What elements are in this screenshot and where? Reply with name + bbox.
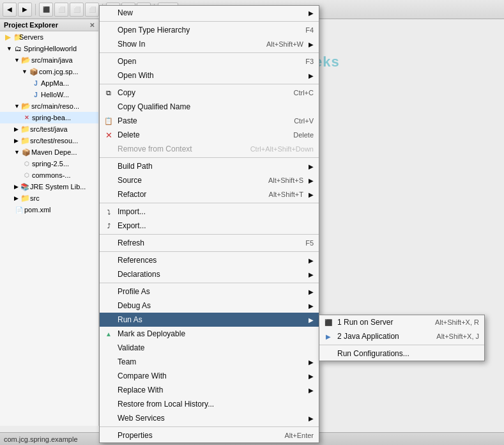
tree-item-maven-dep[interactable]: ▼ 📦 Maven Depe... (0, 146, 98, 158)
menu-item-validate[interactable]: Validate (100, 341, 319, 355)
menu-item-copy[interactable]: ⧉ Copy Ctrl+C (100, 86, 319, 100)
toolbar-btn-2[interactable]: ⬜ (54, 3, 68, 17)
toolbar-btn-1[interactable]: ⬛ (39, 3, 53, 17)
menu-separator (100, 21, 319, 22)
status-text: com.jcg.spring.example (4, 435, 78, 443)
menu-item-refactor[interactable]: Refactor Alt+Shift+T ▶ (100, 187, 319, 201)
tree-item-label: Servers (19, 33, 43, 41)
tree-item-src[interactable]: ▶ 📁 src (0, 192, 98, 204)
tree-item-label: JRE System Lib... (30, 183, 86, 191)
tree-item-package[interactable]: ▼ 📦 com.jcg.sp... (0, 66, 98, 77)
toolbar-btn-4[interactable]: ⬜ (85, 3, 99, 17)
java-class-icon: J (31, 78, 41, 88)
menu-item-source[interactable]: Source Alt+Shift+S ▶ (100, 173, 319, 187)
tree-item-servers[interactable]: ▶ 📁 Servers (0, 31, 98, 43)
maven-icon: 📦 (21, 147, 31, 157)
menu-separator (100, 283, 319, 283)
menu-separator (100, 157, 319, 158)
menu-item-references[interactable]: References ▶ (100, 253, 319, 267)
menu-item-open-type-hierarchy[interactable]: Open Type Hierarchy F4 (100, 23, 319, 37)
menu-item-run-on-server[interactable]: ⬛ 1 Run on Server Alt+Shift+X, R (319, 315, 484, 329)
menu-item-replace-with[interactable]: Replace With ▶ (100, 383, 319, 397)
toolbar-separator-1 (35, 4, 36, 15)
menu-item-build-path[interactable]: Build Path ▶ (100, 159, 319, 173)
folder-icon: 📁 (20, 136, 30, 146)
import-icon: ⤵ (102, 208, 115, 215)
menu-separator (100, 251, 319, 252)
jar-icon: ⬡ (22, 170, 32, 180)
tree-item-commons[interactable]: ⬡ commons-... (0, 169, 98, 181)
tree-item-label: src/main/java (31, 56, 73, 64)
java-app-icon: ▶ (322, 333, 335, 340)
submenu-run-as: ⬛ 1 Run on Server Alt+Shift+X, R ▶ 2 Jav… (319, 315, 485, 361)
menu-item-new[interactable]: New ▶ (100, 6, 319, 20)
tree-item-label: AppMa... (41, 79, 69, 87)
tree-item-label: src/main/reso... (31, 102, 79, 110)
submenu-separator (319, 345, 484, 345)
tree-item-label: commons-... (32, 171, 71, 179)
paste-icon: 📋 (102, 117, 115, 125)
tree-item-appma[interactable]: J AppMa... (0, 77, 98, 89)
tree-item-label: src/test/java (30, 125, 68, 133)
menu-separator (100, 234, 319, 235)
delete-icon: ✕ (102, 130, 115, 140)
tree-item-label: SpringHelloworld (24, 45, 77, 52)
menu-item-team[interactable]: Team ▶ (100, 355, 319, 369)
tree-item-src-test-java[interactable]: ▶ 📁 src/test/java (0, 123, 98, 135)
tree-item-spring-25[interactable]: ⬡ spring-2.5... (0, 158, 98, 169)
tree-item-label: spring-2.5... (32, 160, 69, 168)
menu-item-debug-as[interactable]: Debug As ▶ (100, 299, 319, 313)
tree-item-src-main-java[interactable]: ▼ 📂 src/main/java (0, 54, 98, 66)
menu-item-profile-as[interactable]: Profile As ▶ (100, 285, 319, 299)
menu-item-refresh[interactable]: Refresh F5 (100, 236, 319, 250)
tree-item-label: com.jcg.sp... (39, 68, 79, 75)
menu-item-copy-qualified-name[interactable]: Copy Qualified Name (100, 100, 319, 114)
menu-item-restore-local-history[interactable]: Restore from Local History... (100, 397, 319, 411)
tree-item-src-test-resou[interactable]: ▶ 📁 src/test/resou... (0, 135, 98, 146)
java-class-icon: J (31, 90, 41, 100)
menu-item-compare-with[interactable]: Compare With ▶ (100, 369, 319, 383)
back-button[interactable]: ◀ (3, 3, 17, 17)
menu-item-mark-deployable[interactable]: ▲ Mark as Deployable (100, 327, 319, 341)
menu-item-declarations[interactable]: Declarations ▶ (100, 267, 319, 281)
copy-icon: ⧉ (102, 89, 115, 97)
jre-icon: 📚 (20, 182, 30, 192)
tree-item-src-main-reso[interactable]: ▼ 📂 src/main/reso... (0, 100, 98, 112)
project-explorer-panel: Project Explorer ✕ ▶ 📁 Servers ▼ 🗂 Sprin… (0, 19, 99, 426)
menu-item-open[interactable]: Open F3 (100, 54, 319, 68)
tree-item-label: HelloW... (41, 91, 69, 98)
tree-item-label: pom.xml (24, 206, 51, 214)
menu-item-show-in[interactable]: Show In Alt+Shift+W ▶ (100, 37, 319, 51)
export-icon: ⤴ (102, 222, 115, 230)
menu-separator (100, 52, 319, 53)
menu-separator (100, 426, 319, 427)
menu-item-paste[interactable]: 📋 Paste Ctrl+V (100, 114, 319, 128)
menu-item-delete[interactable]: ✕ Delete Delete (100, 128, 319, 142)
tree-item-pom-xml[interactable]: 📄 pom.xml (0, 204, 98, 215)
src-folder-icon: 📂 (21, 101, 31, 111)
tree-item-label: spring-bea... (32, 114, 71, 121)
menu-item-remove-from-context: Remove from Context Ctrl+Alt+Shift+Down (100, 142, 319, 156)
tree-item-hellow[interactable]: J HelloW... (0, 89, 98, 100)
tree-item-jre-lib[interactable]: ▶ 📚 JRE System Lib... (0, 181, 98, 192)
menu-item-properties[interactable]: Properties Alt+Enter (100, 428, 319, 442)
toolbar-btn-3[interactable]: ⬜ (70, 3, 84, 17)
src-folder-icon: 📂 (21, 55, 31, 65)
menu-item-java-application[interactable]: ▶ 2 Java Application Alt+Shift+X, J (319, 329, 484, 343)
forward-button[interactable]: ▶ (18, 3, 32, 17)
menu-item-web-services[interactable]: Web Services ▶ (100, 411, 319, 425)
server-icon: ⬛ (322, 319, 335, 326)
context-menu: New ▶ Open Type Hierarchy F4 Show In Alt… (99, 5, 319, 443)
menu-separator (100, 203, 319, 203)
menu-item-import[interactable]: ⤵ Import... (100, 205, 319, 219)
menu-separator (100, 84, 319, 84)
menu-item-export[interactable]: ⤴ Export... (100, 219, 319, 233)
menu-item-run-as[interactable]: Run As ▶ (100, 313, 319, 327)
tree-item-spring-bea[interactable]: ✕ spring-bea... (0, 112, 98, 123)
panel-title-label: Project Explorer (4, 21, 58, 29)
menu-item-run-configurations[interactable]: Run Configurations... (319, 347, 484, 361)
tree-item-springhelloworld[interactable]: ▼ 🗂 SpringHelloworld (0, 43, 98, 54)
panel-close-button[interactable]: ✕ (89, 22, 95, 29)
folder-icon: ▶ 📁 (9, 32, 19, 42)
menu-item-open-with[interactable]: Open With ▶ (100, 68, 319, 82)
